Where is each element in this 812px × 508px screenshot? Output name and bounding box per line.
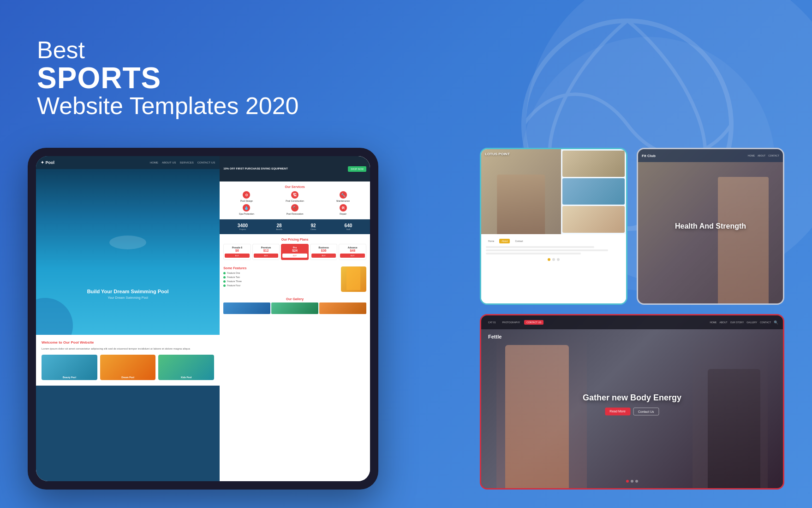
lotus-right-images: [561, 149, 626, 234]
lotus-nav-bar: Home About Contact: [486, 239, 621, 243]
fettle-read-more-button[interactable]: Read More: [605, 407, 630, 415]
list-item: 🏗 Pool Construction: [272, 191, 318, 202]
fettle-navigation: CAT 01 PHOTOGRAPHY CONTACT US HOME ABOUT…: [481, 315, 783, 329]
pricing-btn-2[interactable]: BUY: [254, 254, 279, 258]
feature-text-4: Feature Four: [227, 284, 240, 287]
health-nav-links: HOME ABOUT CONTACT: [748, 154, 779, 157]
pool-nav-about[interactable]: ABOUT US: [162, 161, 176, 164]
fettle-nav-home[interactable]: HOME: [710, 321, 716, 324]
pool-gallery-section: Our Gallery: [220, 295, 370, 317]
lotus-mini-img-2: [562, 178, 625, 205]
lotus-content: Home About Contact: [481, 234, 626, 303]
fettle-dot-2: [631, 480, 633, 483]
pool-hero-subtitle: Your Dream Swimming Pool: [45, 296, 210, 299]
right-cards-area: LOTUS POINT Home About Contact: [480, 148, 784, 490]
fettle-nav-story[interactable]: OUR STORY: [730, 321, 744, 324]
pool-features-section: Some Features Feature One Feature Two Fe…: [220, 264, 370, 295]
pool-dream-label: Dream Pool: [100, 376, 156, 379]
stat-clients-label: Clients: [310, 228, 316, 230]
pool-services-grid: ⚙ Pool Design 🏗 Pool Construction 🔧 Main…: [223, 191, 366, 215]
fettle-pill-contact[interactable]: CONTACT US: [524, 320, 543, 325]
fettle-contact-button[interactable]: Contact Us: [633, 407, 659, 415]
lotus-nav-contact[interactable]: Contact: [513, 239, 525, 243]
pricing-btn-1[interactable]: BUY: [225, 254, 250, 258]
list-item: Presale 6 $6 BUY: [223, 244, 251, 260]
pool-welcome-text: Lorem ipsum dolor sit amet consectetur a…: [42, 347, 214, 351]
health-bg: Fit Club HOME ABOUT CONTACT Health And S…: [638, 149, 783, 303]
pool-hero-section: ✦ Pool HOME ABOUT US SERVICES CONTACT US: [36, 156, 220, 335]
list-item: Business $36 BUY: [310, 244, 338, 260]
gallery-img-1: [223, 302, 270, 314]
pricing-price-4: $36: [311, 249, 336, 252]
lotus-point-card[interactable]: LOTUS POINT Home About Contact: [480, 148, 627, 305]
list-item: Feature Four: [223, 284, 338, 287]
pool-services-section: Our Services ⚙ Pool Design 🏗 Pool Constr…: [220, 181, 370, 219]
search-icon[interactable]: 🔍: [774, 321, 778, 325]
lotus-dot-3: [557, 258, 560, 261]
top-cards-row: LOTUS POINT Home About Contact: [480, 148, 784, 305]
features-title: Some Features: [223, 266, 338, 270]
feature-text-3: Feature Three: [227, 280, 242, 283]
fettle-nav-pills: CAT 01 PHOTOGRAPHY CONTACT US: [486, 320, 543, 325]
pool-nav-home[interactable]: HOME: [150, 161, 158, 164]
pool-nav-services[interactable]: SERVICES: [180, 161, 194, 164]
heading-sports: SPORTS: [37, 63, 299, 93]
stat-clients: 92 Clients: [310, 223, 316, 230]
feature-dot-1: [223, 272, 226, 274]
lotus-mini-img-3: [562, 206, 625, 232]
fettle-buttons: Read More Contact Us: [557, 407, 708, 415]
service-name-spa: Spa Protection: [223, 212, 270, 215]
list-item: 🔧 Maintenance: [320, 191, 366, 202]
pool-pricing-cards: Presale 6 $6 BUY Premium $12 BUY Pro $24: [223, 244, 366, 260]
health-nav-link-1[interactable]: HOME: [748, 154, 755, 157]
fettle-pill-photography[interactable]: PHOTOGRAPHY: [500, 320, 523, 325]
fettle-pill-cat01[interactable]: CAT 01: [486, 320, 498, 325]
health-nav-link-2[interactable]: ABOUT: [758, 154, 765, 157]
pool-nav-contact[interactable]: CONTACT US: [197, 161, 215, 164]
fettle-nav-gallery[interactable]: GALLERY: [746, 321, 757, 324]
health-nav-logo: Fit Club: [642, 154, 656, 158]
pool-pricing-section: Our Pricing Plans Presale 6 $6 BUY Premi…: [220, 234, 370, 264]
fettle-nav-contact[interactable]: CONTACT: [760, 321, 771, 324]
lotus-left-image: LOTUS POINT: [481, 149, 561, 234]
pricing-btn-3[interactable]: BUY: [282, 254, 307, 258]
pool-beauty-label: Beauty Pool: [42, 376, 97, 379]
stat-awards: 28 Awards: [276, 223, 282, 230]
pricing-btn-5[interactable]: BUY: [340, 254, 365, 258]
pricing-btn-4[interactable]: BUY: [311, 254, 336, 258]
health-nav-link-3[interactable]: CONTACT: [768, 154, 779, 157]
list-item: 🔨 Pool Renovation: [272, 204, 318, 215]
lotus-nav-about[interactable]: About: [499, 239, 510, 243]
pricing-price-5: $48: [340, 249, 365, 252]
pool-nav-links: HOME ABOUT US SERVICES CONTACT US: [150, 161, 215, 164]
stat-awards-num: 28: [276, 223, 282, 228]
pricing-price-2: $12: [254, 249, 279, 252]
lotus-text-line-1: [486, 246, 594, 248]
pool-gallery-grid: [223, 302, 366, 314]
fettle-hero: CAT 01 PHOTOGRAPHY CONTACT US HOME ABOUT…: [481, 315, 783, 488]
pool-promo-banner: 10% OFF FIRST PURCHASE DIVING EQUIPMENT …: [220, 156, 370, 181]
lotus-text-line-2: [486, 249, 608, 251]
service-name-construction: Pool Construction: [272, 200, 318, 202]
lotus-nav-home[interactable]: Home: [486, 239, 496, 243]
gallery-img-2: [271, 302, 318, 314]
stat-staff-num: 640: [345, 223, 352, 228]
pool-pricing-title: Our Pricing Plans: [223, 238, 366, 241]
pool-welcome-title: Welcome to Our Pool Website: [42, 340, 214, 345]
pool-kids-card: Kids Pool: [158, 355, 214, 380]
feature-text-2: Feature Two: [227, 276, 240, 278]
fettle-card[interactable]: CAT 01 PHOTOGRAPHY CONTACT US HOME ABOUT…: [480, 314, 784, 490]
health-and-strength-card[interactable]: Fit Club HOME ABOUT CONTACT Health And S…: [637, 148, 784, 305]
pricing-price-1: $6: [225, 249, 250, 252]
pool-banner-btn[interactable]: SHOP NOW: [348, 166, 366, 172]
service-name-renovation: Pool Renovation: [272, 212, 318, 215]
pool-logo: ✦ Pool: [41, 160, 54, 165]
pool-hero-text: Build Your Dream Swimming Pool Your Drea…: [45, 288, 210, 299]
pricing-price-3: $24: [282, 249, 307, 252]
list-item: Feature Three: [223, 280, 338, 283]
health-navigation: Fit Club HOME ABOUT CONTACT: [638, 149, 783, 162]
fettle-content: Gather new Body Energy Read More Contact…: [557, 393, 708, 416]
fettle-nav-about[interactable]: ABOUT: [719, 321, 727, 324]
list-item: Feature One: [223, 272, 338, 274]
pool-hero-title: Build Your Dream Swimming Pool: [45, 288, 210, 295]
